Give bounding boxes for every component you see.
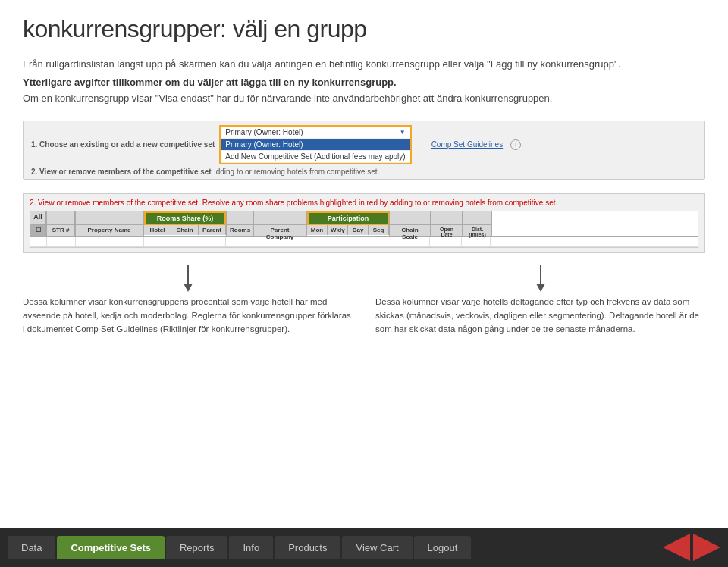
intro-paragraph-3: Om en konkurrensgrupp visar "Visa endast… (23, 92, 705, 104)
svg-marker-3 (536, 284, 545, 292)
property-col: Property Name (76, 211, 144, 236)
property-header: Property Name (76, 225, 143, 236)
svg-marker-1 (184, 284, 193, 292)
chain-scale-col: Chain Scale (390, 211, 431, 236)
table-row (30, 237, 698, 247)
annotation-left-text: Dessa kolumner visar konkurrensgruppens … (23, 296, 353, 336)
info-icon[interactable]: i (510, 139, 521, 150)
screenshot-and-annotations: 2. View or remove members of the competi… (23, 193, 705, 336)
dropdown-option-1[interactable]: Primary (Owner: Hotel) ▼ (221, 127, 410, 139)
rooms-share-header: Rooms Share (%) (144, 211, 226, 225)
str-col: STR # (47, 211, 76, 236)
intro-paragraph-1: Från rullgardinslistan längst upp på skä… (23, 57, 705, 72)
intro-paragraph-2: Ytterligare avgifter tillkommer om du vä… (23, 75, 705, 90)
nav-arrows (663, 534, 720, 561)
step-2-label: 2. View or remove members of the competi… (31, 168, 212, 176)
dropdown-option-2-selected[interactable]: Primary (Owner: Hotel) (221, 139, 410, 151)
dropdown-mockup[interactable]: Primary (Owner: Hotel) ▼ Primary (Owner:… (219, 125, 411, 164)
comp-set-guidelines-link[interactable]: Comp Set Guidelines (431, 140, 504, 149)
nav-arrow-right[interactable] (693, 534, 720, 561)
str-header: STR # (47, 225, 75, 236)
competitive-set-table: All ☐ STR # Property Name (30, 211, 698, 248)
right-annotation-arrow-icon (533, 265, 548, 292)
annotation-right: Dessa kolumner visar varje hotells delta… (375, 265, 705, 336)
nav-item-competitive-sets[interactable]: Competitive Sets (57, 536, 164, 559)
step-2-row: 2. View or remove members of the competi… (31, 168, 697, 176)
step-1-row: 1. Choose an existing or add a new compe… (31, 125, 697, 164)
left-annotation-arrow-icon (180, 265, 196, 292)
screenshot-top: 1. Choose an existing or add a new compe… (23, 121, 705, 180)
nav-items: Data Competitive Sets Reports Info Produ… (8, 536, 663, 559)
participation-col: Participation Mon Wkly Day Seg (307, 211, 390, 236)
open-date-header: Open Date (431, 225, 463, 236)
screenshot-bottom: 2. View or remove members of the competi… (23, 193, 705, 253)
nav-item-reports[interactable]: Reports (166, 536, 228, 559)
nav-item-logout[interactable]: Logout (414, 536, 472, 559)
bottom-nav: Data Competitive Sets Reports Info Produ… (0, 528, 728, 567)
rooms-col: Rooms (227, 211, 254, 236)
annotation-right-text: Dessa kolumner visar varje hotells delta… (375, 296, 705, 336)
nav-arrow-left[interactable] (663, 534, 690, 561)
rooms-header: Rooms (227, 225, 253, 236)
nav-item-view-cart[interactable]: View Cart (342, 536, 412, 559)
dropdown-arrow-icon: ▼ (400, 129, 406, 136)
nav-item-products[interactable]: Products (275, 536, 340, 559)
annotation-columns: Dessa kolumner visar konkurrensgruppens … (23, 265, 705, 336)
main-content: konkurrensgrupper: välj en grupp Från ru… (0, 0, 728, 508)
nav-item-data[interactable]: Data (8, 536, 55, 559)
table-header: All ☐ STR # Property Name (30, 211, 698, 237)
dropdown-option-3[interactable]: Add New Competitive Set (Additional fees… (221, 151, 410, 163)
page-title: konkurrensgrupper: välj en grupp (23, 15, 705, 43)
checkbox-col: All ☐ (30, 211, 47, 236)
open-date-col: Open Date (431, 211, 463, 236)
bottom-section: 2. View or remove members of the competi… (23, 193, 705, 336)
nav-item-info[interactable]: Info (229, 536, 273, 559)
section-2-header: 2. View or remove members of the competi… (30, 199, 698, 207)
dist-header: Dist. (miles) (463, 225, 492, 236)
parent-company-header: Parent Company (254, 225, 306, 236)
dist-col: Dist. (miles) (463, 211, 492, 236)
annotation-left: Dessa kolumner visar konkurrensgruppens … (23, 265, 353, 336)
rooms-share-col: Rooms Share (%) Hotel Chain Parent (144, 211, 227, 236)
parent-col: Parent Company (254, 211, 307, 236)
participation-header: Participation (307, 211, 389, 225)
chain-scale-header: Chain Scale (390, 225, 431, 236)
step-1-label: 1. Choose an existing or add a new compe… (31, 140, 215, 149)
